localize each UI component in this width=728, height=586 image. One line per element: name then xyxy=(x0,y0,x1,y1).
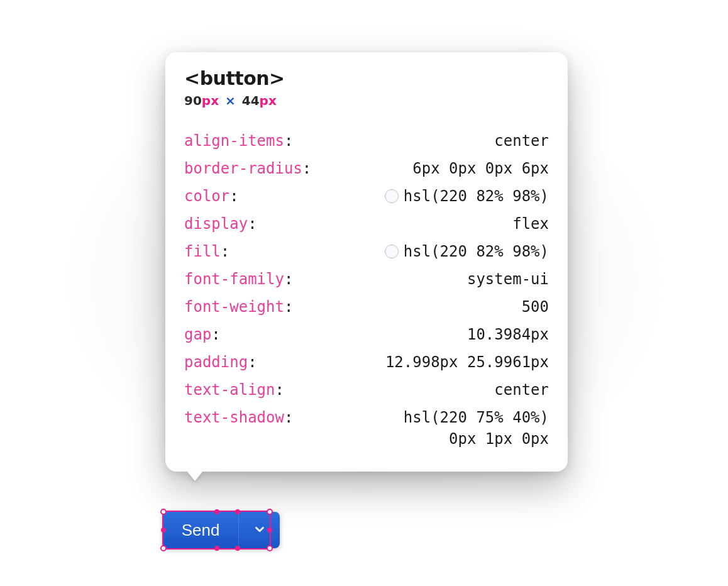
inspected-element-dimensions: 90px × 44px xyxy=(184,93,549,108)
css-property-row: display:flex xyxy=(184,210,549,238)
css-property-value: 12.998px 25.9961px xyxy=(385,355,549,370)
send-button-label: Send xyxy=(182,521,220,540)
css-property-name: display: xyxy=(184,216,257,231)
dim-height-unit: px xyxy=(260,93,277,108)
css-property-name: gap: xyxy=(184,327,221,342)
css-property-name: text-shadow: xyxy=(184,410,293,425)
css-property-name: font-weight: xyxy=(184,299,293,314)
chevron-down-icon xyxy=(253,522,267,538)
dim-height: 44 xyxy=(242,93,260,108)
send-dropdown-button[interactable] xyxy=(238,512,280,548)
css-property-value: center xyxy=(494,133,549,148)
send-split-button-group: Send xyxy=(163,512,280,548)
css-property-name: align-items: xyxy=(184,133,293,148)
css-inspector-tooltip: <button> 90px × 44px align-items:centerb… xyxy=(165,52,568,472)
dim-width-unit: px xyxy=(202,93,219,108)
css-property-value: center xyxy=(494,382,549,397)
css-property-value: system-ui xyxy=(467,272,549,287)
color-swatch-icon xyxy=(385,189,399,203)
css-property-value: hsl(220 82% 98%) xyxy=(385,244,549,259)
css-property-name: padding: xyxy=(184,355,257,370)
css-property-name: text-align: xyxy=(184,382,284,397)
inspected-element-tag: <button> xyxy=(184,67,549,89)
css-property-value: flex xyxy=(512,216,549,231)
css-property-name: border-radius: xyxy=(184,161,311,176)
css-property-value: 6px 0px 0px 6px xyxy=(412,161,549,176)
dim-width: 90 xyxy=(184,93,202,108)
css-property-value: 10.3984px xyxy=(467,327,549,342)
color-swatch-icon xyxy=(385,245,399,258)
css-property-row: text-shadow:hsl(220 75% 40%)0px 1px 0px xyxy=(184,404,549,453)
css-property-row: gap:10.3984px xyxy=(184,321,549,348)
css-property-row: color:hsl(220 82% 98%) xyxy=(184,182,549,210)
css-property-row: font-weight:500 xyxy=(184,293,549,321)
css-property-row: font-family:system-ui xyxy=(184,265,549,293)
css-property-row: border-radius:6px 0px 0px 6px xyxy=(184,155,549,182)
send-button[interactable]: Send xyxy=(163,512,238,548)
css-property-name: font-family: xyxy=(184,272,293,287)
css-property-value: 500 xyxy=(522,299,549,314)
dim-separator: × xyxy=(223,93,238,108)
css-property-value: hsl(220 82% 98%) xyxy=(385,189,549,204)
css-property-name: color: xyxy=(184,189,239,204)
css-property-row: padding:12.998px 25.9961px xyxy=(184,348,549,376)
css-property-name: fill: xyxy=(184,244,229,259)
css-property-row: align-items:center xyxy=(184,127,549,155)
css-property-value: hsl(220 75% 40%)0px 1px 0px xyxy=(404,410,549,446)
css-property-list: align-items:centerborder-radius:6px 0px … xyxy=(184,127,549,453)
css-property-row: fill:hsl(220 82% 98%) xyxy=(184,238,549,265)
css-property-row: text-align:center xyxy=(184,376,549,404)
